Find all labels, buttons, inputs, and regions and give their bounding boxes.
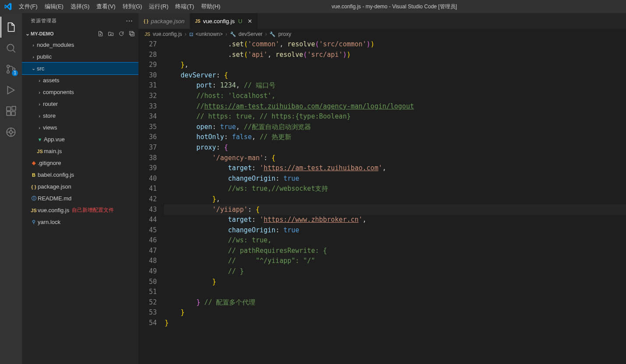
line-number: 38 bbox=[138, 153, 157, 164]
code-line-35[interactable]: open: true, //配置自动启动浏览器 bbox=[165, 122, 626, 133]
code-line-28[interactable]: .set('api', resolve('src/api')) bbox=[165, 50, 626, 60]
folder-store[interactable]: ›store bbox=[22, 110, 138, 122]
tree-label: assets bbox=[43, 77, 60, 84]
line-number: 29 bbox=[138, 60, 157, 70]
tab-package.json[interactable]: { }package.json bbox=[138, 13, 190, 29]
folder-node_modules[interactable]: ›node_modules bbox=[22, 39, 138, 51]
line-number: 53 bbox=[138, 308, 157, 318]
tab-vue.config.js[interactable]: JSvue.config.jsU✕ bbox=[190, 13, 258, 29]
svg-point-1 bbox=[7, 65, 9, 67]
menu-item-5[interactable]: 运行(R) bbox=[145, 0, 172, 13]
file-vue.config.js[interactable]: JSvue.config.js自己新增配置文件 bbox=[22, 204, 138, 216]
collapse-icon[interactable] bbox=[129, 31, 135, 37]
code-line-45[interactable]: changeOrigin: true bbox=[165, 225, 626, 236]
code-line-47[interactable]: // pathRequiresRewrite: { bbox=[165, 246, 626, 256]
line-number: 49 bbox=[138, 266, 157, 277]
tree-label: router bbox=[43, 101, 58, 107]
breadcrumb-icon: JS bbox=[145, 32, 150, 37]
code-line-42[interactable]: }, bbox=[165, 194, 626, 205]
code-line-43[interactable]: '/yiiapp': { bbox=[165, 205, 626, 215]
code-line-38[interactable]: '/agency-man': { bbox=[165, 153, 626, 164]
breadcrumb-item[interactable]: proxy bbox=[278, 31, 291, 37]
new-folder-icon[interactable] bbox=[108, 31, 114, 37]
explorer-icon[interactable] bbox=[0, 17, 21, 38]
code-body[interactable]: .set('common', resolve('src/common')) .s… bbox=[165, 39, 626, 364]
code-line-44[interactable]: target: 'https://www.zhbbroker.cn', bbox=[165, 215, 626, 225]
tree-label: public bbox=[37, 53, 52, 60]
dirty-indicator: U bbox=[238, 18, 242, 24]
tree-label: node_modules bbox=[37, 42, 74, 48]
file-App.vue[interactable]: ▼App.vue bbox=[22, 133, 138, 145]
code-line-31[interactable]: port: 1234, // 端口号 bbox=[165, 80, 626, 91]
code-line-37[interactable]: proxy: { bbox=[165, 143, 626, 153]
code-line-32[interactable]: //host: 'localhost', bbox=[165, 91, 626, 102]
window-title: vue.config.js - my-demo - Visual Studio … bbox=[224, 3, 565, 10]
code-line-49[interactable]: // } bbox=[165, 266, 626, 277]
breadcrumb-item[interactable]: devServer bbox=[239, 31, 263, 37]
run-debug-icon[interactable] bbox=[0, 80, 21, 101]
folder-src[interactable]: ⌄src bbox=[22, 63, 138, 74]
code-line-29[interactable]: }, bbox=[165, 60, 626, 70]
menu-item-6[interactable]: 终端(T) bbox=[172, 0, 198, 13]
breadcrumb-icon: 🔧 bbox=[269, 32, 276, 37]
remote-icon[interactable] bbox=[0, 122, 21, 143]
folder-assets[interactable]: ›assets bbox=[22, 74, 138, 86]
breadcrumb[interactable]: JSvue.config.js›⊡<unknown>›🔧devServer›🔧p… bbox=[138, 29, 626, 39]
file-.gitignore[interactable]: ◈.gitignore bbox=[22, 157, 138, 169]
menu-item-4[interactable]: 转到(G) bbox=[119, 0, 146, 13]
line-number: 52 bbox=[138, 298, 157, 308]
code-line-51[interactable] bbox=[165, 287, 626, 298]
chevron-right-icon: › bbox=[30, 54, 37, 60]
line-number: 42 bbox=[138, 194, 157, 205]
sidebar-title: 资源管理器 bbox=[31, 18, 57, 24]
file-README.md[interactable]: ⓘREADME.md bbox=[22, 192, 138, 204]
code-line-41[interactable]: //ws: true,//websocket支持 bbox=[165, 184, 626, 194]
code-line-36[interactable]: hotOnly: false, // 热更新 bbox=[165, 132, 626, 143]
search-icon[interactable] bbox=[0, 38, 21, 59]
code-line-40[interactable]: changeOrigin: true bbox=[165, 174, 626, 184]
folder-components[interactable]: ›components bbox=[22, 86, 138, 98]
code-line-54[interactable]: } bbox=[165, 318, 626, 329]
chevron-right-icon: › bbox=[30, 42, 37, 48]
menu-item-1[interactable]: 编辑(E) bbox=[41, 0, 67, 13]
more-icon[interactable]: ⋯ bbox=[126, 17, 133, 25]
code-line-48[interactable]: // "^/yiiapp": "/" bbox=[165, 256, 626, 266]
file-yarn.lock[interactable]: ⚲yarn.lock bbox=[22, 216, 138, 228]
code-line-30[interactable]: devServer: { bbox=[165, 70, 626, 81]
file-package.json[interactable]: { }package.json bbox=[22, 181, 138, 192]
refresh-icon[interactable] bbox=[118, 31, 124, 37]
git-file-icon: ◈ bbox=[30, 160, 38, 166]
json-file-icon: { } bbox=[30, 184, 38, 189]
tree-label: components bbox=[43, 89, 74, 95]
folder-views[interactable]: ›views bbox=[22, 122, 138, 133]
activity-bar: 1 bbox=[0, 13, 22, 364]
code-line-53[interactable]: } bbox=[165, 308, 626, 318]
menu-item-0[interactable]: 文件(F) bbox=[15, 0, 41, 13]
scm-badge: 1 bbox=[12, 70, 18, 76]
breadcrumb-item[interactable]: <unknown> bbox=[196, 31, 223, 37]
menu-item-7[interactable]: 帮助(H) bbox=[198, 0, 224, 13]
tree-label: views bbox=[43, 124, 57, 131]
js-file-icon: JS bbox=[30, 208, 38, 213]
file-main.js[interactable]: JSmain.js bbox=[22, 145, 138, 157]
source-control-icon[interactable]: 1 bbox=[0, 59, 21, 80]
code-line-39[interactable]: target: 'https://am-test.zuihuibao.com', bbox=[165, 163, 626, 174]
folder-root[interactable]: ⌄ MY-DEMO bbox=[22, 28, 138, 39]
code-editor[interactable]: 2728293031323334353637383940414243444546… bbox=[138, 39, 626, 364]
tree-label: App.vue bbox=[44, 136, 65, 143]
extensions-icon[interactable] bbox=[0, 101, 21, 122]
menu-item-2[interactable]: 选择(S) bbox=[67, 0, 93, 13]
folder-router[interactable]: ›router bbox=[22, 98, 138, 110]
file-babel.config.js[interactable]: Bbabel.config.js bbox=[22, 169, 138, 181]
code-line-46[interactable]: //ws: true, bbox=[165, 235, 626, 246]
new-file-icon[interactable] bbox=[97, 31, 103, 37]
code-line-34[interactable]: // https: true, // https:{type:Boolean} bbox=[165, 112, 626, 122]
menu-item-3[interactable]: 查看(V) bbox=[93, 0, 119, 13]
code-line-33[interactable]: //https://am-test.zuihuibao.com/agency-m… bbox=[165, 102, 626, 112]
close-icon[interactable]: ✕ bbox=[248, 18, 252, 24]
folder-public[interactable]: ›public bbox=[22, 51, 138, 63]
code-line-52[interactable]: } // 配置多个代理 bbox=[165, 298, 626, 308]
code-line-27[interactable]: .set('common', resolve('src/common')) bbox=[165, 39, 626, 50]
code-line-50[interactable]: } bbox=[165, 277, 626, 287]
breadcrumb-item[interactable]: vue.config.js bbox=[153, 31, 182, 37]
